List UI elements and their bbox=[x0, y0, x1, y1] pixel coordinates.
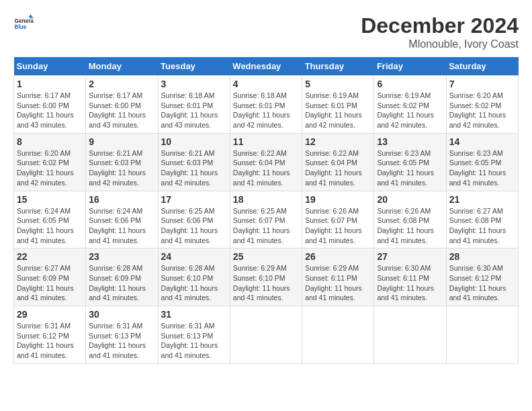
calendar-cell-1-3: 3Sunrise: 6:18 AM Sunset: 6:01 PM Daylig… bbox=[158, 76, 230, 134]
day-detail: Sunrise: 6:30 AM Sunset: 6:12 PM Dayligh… bbox=[449, 263, 515, 303]
day-number: 29 bbox=[17, 309, 83, 320]
calendar-cell-4-5: 26Sunrise: 6:29 AM Sunset: 6:11 PM Dayli… bbox=[302, 248, 374, 306]
calendar-cell-2-3: 10Sunrise: 6:21 AM Sunset: 6:03 PM Dayli… bbox=[158, 133, 230, 191]
calendar-cell-1-5: 5Sunrise: 6:19 AM Sunset: 6:01 PM Daylig… bbox=[302, 76, 374, 134]
calendar-cell-3-7: 21Sunrise: 6:27 AM Sunset: 6:08 PM Dayli… bbox=[446, 191, 518, 248]
location-subtitle: Mlonouble, Ivory Coast bbox=[361, 38, 519, 50]
day-detail: Sunrise: 6:20 AM Sunset: 6:02 PM Dayligh… bbox=[17, 148, 83, 188]
calendar-header-row: Sunday Monday Tuesday Wednesday Thursday… bbox=[14, 57, 519, 76]
calendar-cell-3-3: 17Sunrise: 6:25 AM Sunset: 6:06 PM Dayli… bbox=[158, 191, 230, 248]
day-detail: Sunrise: 6:23 AM Sunset: 6:05 PM Dayligh… bbox=[449, 148, 515, 188]
logo: General Blue bbox=[13, 13, 34, 34]
day-number: 26 bbox=[305, 251, 371, 262]
day-number: 20 bbox=[377, 194, 443, 205]
calendar-cell-1-4: 4Sunrise: 6:18 AM Sunset: 6:01 PM Daylig… bbox=[230, 76, 302, 134]
day-detail: Sunrise: 6:22 AM Sunset: 6:04 PM Dayligh… bbox=[233, 148, 299, 188]
header-friday: Friday bbox=[374, 57, 446, 76]
header-monday: Monday bbox=[86, 57, 158, 76]
calendar-cell-1-7: 7Sunrise: 6:20 AM Sunset: 6:02 PM Daylig… bbox=[446, 76, 518, 134]
calendar-cell-5-4 bbox=[230, 306, 302, 364]
calendar-cell-1-1: 1Sunrise: 6:17 AM Sunset: 6:00 PM Daylig… bbox=[14, 76, 86, 134]
day-detail: Sunrise: 6:18 AM Sunset: 6:01 PM Dayligh… bbox=[233, 91, 299, 130]
calendar-cell-2-1: 8Sunrise: 6:20 AM Sunset: 6:02 PM Daylig… bbox=[14, 133, 86, 191]
day-number: 10 bbox=[161, 136, 227, 147]
day-number: 18 bbox=[233, 194, 299, 205]
day-number: 30 bbox=[89, 309, 154, 320]
day-detail: Sunrise: 6:24 AM Sunset: 6:06 PM Dayligh… bbox=[89, 206, 154, 246]
day-number: 7 bbox=[449, 79, 515, 89]
calendar-cell-4-4: 25Sunrise: 6:29 AM Sunset: 6:10 PM Dayli… bbox=[230, 248, 302, 306]
calendar-cell-3-6: 20Sunrise: 6:26 AM Sunset: 6:08 PM Dayli… bbox=[374, 191, 446, 248]
title-block: December 2024 Mlonouble, Ivory Coast bbox=[361, 13, 519, 50]
calendar-cell-4-2: 23Sunrise: 6:28 AM Sunset: 6:09 PM Dayli… bbox=[86, 248, 158, 306]
header-tuesday: Tuesday bbox=[158, 57, 230, 76]
day-detail: Sunrise: 6:27 AM Sunset: 6:08 PM Dayligh… bbox=[449, 206, 515, 246]
calendar-cell-2-5: 12Sunrise: 6:22 AM Sunset: 6:04 PM Dayli… bbox=[302, 133, 374, 191]
day-detail: Sunrise: 6:21 AM Sunset: 6:03 PM Dayligh… bbox=[89, 148, 154, 188]
day-number: 27 bbox=[377, 251, 443, 262]
header-sunday: Sunday bbox=[14, 57, 86, 76]
header-thursday: Thursday bbox=[302, 57, 374, 76]
calendar-cell-2-4: 11Sunrise: 6:22 AM Sunset: 6:04 PM Dayli… bbox=[230, 133, 302, 191]
calendar-cell-3-4: 18Sunrise: 6:25 AM Sunset: 6:07 PM Dayli… bbox=[230, 191, 302, 248]
day-detail: Sunrise: 6:29 AM Sunset: 6:11 PM Dayligh… bbox=[305, 263, 371, 303]
calendar-cell-5-3: 31Sunrise: 6:31 AM Sunset: 6:13 PM Dayli… bbox=[158, 306, 230, 364]
day-detail: Sunrise: 6:31 AM Sunset: 6:13 PM Dayligh… bbox=[89, 321, 154, 361]
calendar-cell-1-6: 6Sunrise: 6:19 AM Sunset: 6:02 PM Daylig… bbox=[374, 76, 446, 134]
calendar-cell-5-1: 29Sunrise: 6:31 AM Sunset: 6:12 PM Dayli… bbox=[14, 306, 86, 364]
calendar-cell-4-7: 28Sunrise: 6:30 AM Sunset: 6:12 PM Dayli… bbox=[446, 248, 518, 306]
day-detail: Sunrise: 6:30 AM Sunset: 6:11 PM Dayligh… bbox=[377, 263, 443, 303]
day-detail: Sunrise: 6:25 AM Sunset: 6:07 PM Dayligh… bbox=[233, 206, 299, 246]
header-saturday: Saturday bbox=[446, 57, 518, 76]
calendar-week-5: 29Sunrise: 6:31 AM Sunset: 6:12 PM Dayli… bbox=[14, 306, 519, 364]
day-detail: Sunrise: 6:19 AM Sunset: 6:01 PM Dayligh… bbox=[305, 91, 371, 130]
day-number: 15 bbox=[17, 194, 83, 205]
day-number: 17 bbox=[161, 194, 227, 205]
day-number: 2 bbox=[89, 79, 154, 89]
calendar-title: December 2024 bbox=[361, 13, 519, 38]
day-detail: Sunrise: 6:18 AM Sunset: 6:01 PM Dayligh… bbox=[161, 91, 227, 130]
day-number: 1 bbox=[17, 79, 83, 89]
header-wednesday: Wednesday bbox=[230, 57, 302, 76]
day-detail: Sunrise: 6:21 AM Sunset: 6:03 PM Dayligh… bbox=[161, 148, 227, 188]
calendar-cell-5-5 bbox=[302, 306, 374, 364]
calendar-cell-5-2: 30Sunrise: 6:31 AM Sunset: 6:13 PM Dayli… bbox=[86, 306, 158, 364]
day-detail: Sunrise: 6:23 AM Sunset: 6:05 PM Dayligh… bbox=[377, 148, 443, 188]
day-number: 31 bbox=[161, 309, 227, 320]
day-number: 12 bbox=[305, 136, 371, 147]
day-number: 13 bbox=[377, 136, 443, 147]
day-number: 21 bbox=[449, 194, 515, 205]
day-number: 16 bbox=[89, 194, 154, 205]
day-number: 28 bbox=[449, 251, 515, 262]
day-number: 23 bbox=[89, 251, 154, 262]
day-number: 22 bbox=[17, 251, 83, 262]
day-detail: Sunrise: 6:24 AM Sunset: 6:05 PM Dayligh… bbox=[17, 206, 83, 246]
day-detail: Sunrise: 6:28 AM Sunset: 6:09 PM Dayligh… bbox=[89, 263, 154, 303]
day-number: 8 bbox=[17, 136, 83, 147]
day-detail: Sunrise: 6:17 AM Sunset: 6:00 PM Dayligh… bbox=[89, 91, 154, 130]
day-number: 9 bbox=[89, 136, 154, 147]
day-number: 25 bbox=[233, 251, 299, 262]
calendar-cell-2-6: 13Sunrise: 6:23 AM Sunset: 6:05 PM Dayli… bbox=[374, 133, 446, 191]
calendar-cell-5-6 bbox=[374, 306, 446, 364]
calendar-week-4: 22Sunrise: 6:27 AM Sunset: 6:09 PM Dayli… bbox=[14, 248, 519, 306]
logo-icon: General Blue bbox=[13, 13, 34, 34]
calendar-cell-2-2: 9Sunrise: 6:21 AM Sunset: 6:03 PM Daylig… bbox=[86, 133, 158, 191]
day-detail: Sunrise: 6:26 AM Sunset: 6:07 PM Dayligh… bbox=[305, 206, 371, 246]
calendar-cell-1-2: 2Sunrise: 6:17 AM Sunset: 6:00 PM Daylig… bbox=[86, 76, 158, 134]
day-detail: Sunrise: 6:31 AM Sunset: 6:12 PM Dayligh… bbox=[17, 321, 83, 361]
day-number: 5 bbox=[305, 79, 371, 89]
calendar-cell-4-1: 22Sunrise: 6:27 AM Sunset: 6:09 PM Dayli… bbox=[14, 248, 86, 306]
svg-text:General: General bbox=[15, 18, 34, 24]
calendar-cell-4-3: 24Sunrise: 6:28 AM Sunset: 6:10 PM Dayli… bbox=[158, 248, 230, 306]
calendar-cell-3-1: 15Sunrise: 6:24 AM Sunset: 6:05 PM Dayli… bbox=[14, 191, 86, 248]
day-detail: Sunrise: 6:19 AM Sunset: 6:02 PM Dayligh… bbox=[377, 91, 443, 130]
day-detail: Sunrise: 6:27 AM Sunset: 6:09 PM Dayligh… bbox=[17, 263, 83, 303]
calendar-cell-5-7 bbox=[446, 306, 518, 364]
calendar-week-2: 8Sunrise: 6:20 AM Sunset: 6:02 PM Daylig… bbox=[14, 133, 519, 191]
calendar-table: Sunday Monday Tuesday Wednesday Thursday… bbox=[13, 57, 519, 364]
day-detail: Sunrise: 6:25 AM Sunset: 6:06 PM Dayligh… bbox=[161, 206, 227, 246]
svg-text:Blue: Blue bbox=[15, 24, 27, 30]
day-number: 6 bbox=[377, 79, 443, 89]
calendar-cell-3-2: 16Sunrise: 6:24 AM Sunset: 6:06 PM Dayli… bbox=[86, 191, 158, 248]
